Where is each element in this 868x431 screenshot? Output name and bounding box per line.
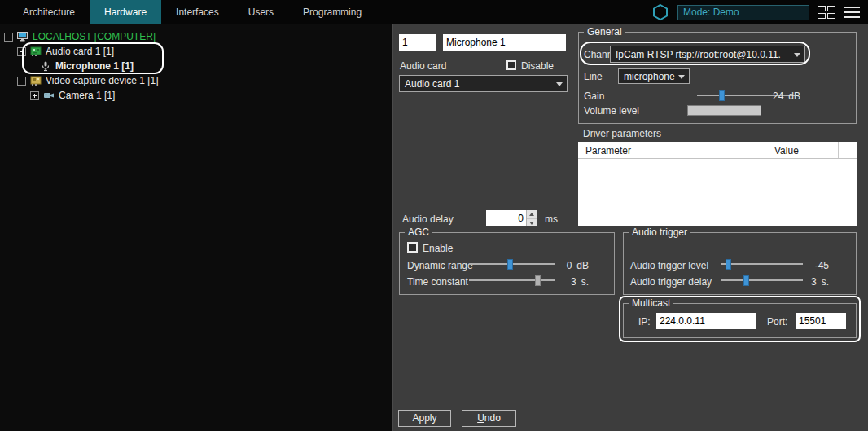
audio-trigger-level-value-box: -45 <box>795 260 829 271</box>
tree-item-label: LOCALHOST [COMPUTER] <box>33 31 156 42</box>
collapse-minus-icon[interactable] <box>4 33 13 42</box>
device-id-field[interactable] <box>399 34 436 51</box>
gain-unit: dB <box>788 90 800 102</box>
audio-delay-label: Audio delay <box>402 213 454 225</box>
audio-trigger-level-value: -45 <box>815 260 829 271</box>
settings-panel: Audio card Disable Audio card 1 Audio de… <box>393 24 868 431</box>
undo-button[interactable]: Undo <box>462 410 516 427</box>
channel-select-value: IpCam RTSP rtsp://root:root@10.0.11. <box>616 49 781 60</box>
multicast-group: Multicast IP: Port: <box>623 303 857 338</box>
tab-architecture[interactable]: Architecture <box>8 0 90 24</box>
line-select-value: microphone <box>624 71 675 82</box>
time-constant-value: 3 <box>571 276 576 288</box>
app-logo-hexagon-icon <box>651 3 669 21</box>
driver-parameters-title: Driver parameters <box>583 128 661 139</box>
spin-down-icon[interactable] <box>527 218 537 227</box>
channel-select[interactable]: IpCam RTSP rtsp://root:root@10.0.11. <box>610 46 805 63</box>
gain-label: Gain <box>584 90 604 102</box>
slider-track <box>721 263 803 265</box>
mode-indicator[interactable]: Mode: Demo <box>677 5 809 20</box>
disable-label: Disable <box>521 60 554 72</box>
time-constant-slider-thumb[interactable] <box>535 275 541 286</box>
hamburger-menu-icon[interactable] <box>844 7 860 18</box>
tree-item-label: Video capture device 1 [1] <box>46 75 159 86</box>
tab-interfaces[interactable]: Interfaces <box>161 0 234 24</box>
gain-value: 24 <box>773 90 783 102</box>
tree-item-label: Audio card 1 [1] <box>46 46 114 57</box>
line-label: Line <box>584 71 603 82</box>
agc-enable-checkbox[interactable] <box>407 242 418 253</box>
tab-hardware[interactable]: Hardware <box>90 0 161 24</box>
apply-button[interactable]: Apply <box>398 410 451 427</box>
audio-trigger-level-label: Audio trigger level <box>630 260 708 271</box>
column-header-value[interactable]: Value <box>769 142 839 158</box>
gain-value-box: 24dB <box>766 90 800 102</box>
audio-trigger-group-title: Audio trigger <box>629 226 690 238</box>
multicast-ip-field[interactable] <box>656 313 756 329</box>
multicast-port-field[interactable] <box>796 313 846 329</box>
time-constant-slider[interactable] <box>469 275 555 287</box>
computer-icon <box>17 31 28 42</box>
agc-group-title: AGC <box>405 226 432 238</box>
tree-item-label: Camera 1 [1] <box>59 90 115 101</box>
dynamic-range-label: Dynamic range <box>407 260 473 271</box>
audio-card-select[interactable]: Audio card 1 <box>399 75 568 92</box>
tree-item-audio-card[interactable]: Audio card 1 [1] <box>0 44 392 59</box>
tree-item-label: Microphone 1 [1] <box>55 60 134 72</box>
tree-item-microphone[interactable]: Microphone 1 [1] <box>0 59 392 73</box>
driver-parameters-table[interactable]: Parameter Value <box>578 142 857 226</box>
volume-level-label: Volume level <box>584 105 639 117</box>
device-tree-panel: LOCALHOST [COMPUTER] Audio card 1 [1] <box>0 24 393 431</box>
time-constant-label: Time constant <box>407 276 468 288</box>
audio-trigger-level-slider-thumb[interactable] <box>726 259 731 270</box>
volume-level-meter <box>687 105 761 116</box>
multicast-ip-label: IP: <box>638 316 651 328</box>
disable-checkbox[interactable] <box>506 60 516 70</box>
audio-trigger-delay-slider[interactable] <box>721 275 803 287</box>
layout-grid-icon[interactable] <box>818 6 835 19</box>
device-tree: LOCALHOST [COMPUTER] Audio card 1 [1] <box>0 24 392 103</box>
audio-trigger-level-slider[interactable] <box>721 258 803 270</box>
column-header-parameter[interactable]: Parameter <box>578 142 769 158</box>
column-header-spacer <box>839 142 857 158</box>
device-name-field[interactable] <box>443 34 566 51</box>
dynamic-range-slider-thumb[interactable] <box>507 259 513 270</box>
audio-trigger-delay-unit: s. <box>822 276 829 288</box>
agc-group: AGC Enable Dynamic range 0dB Time consta… <box>399 232 615 295</box>
time-constant-unit: s. <box>581 276 589 288</box>
collapse-minus-icon[interactable] <box>17 47 26 56</box>
multicast-port-label: Port: <box>767 316 787 328</box>
dynamic-range-slider[interactable] <box>469 258 555 270</box>
chevron-down-icon <box>556 82 563 86</box>
audio-delay-unit: ms <box>545 213 558 225</box>
dynamic-range-unit: dB <box>576 260 589 271</box>
expand-plus-icon[interactable] <box>30 91 39 100</box>
video-capture-card-icon <box>30 75 42 86</box>
audio-trigger-delay-slider-thumb[interactable] <box>743 275 749 286</box>
agc-enable-label: Enable <box>423 243 453 254</box>
audio-card-icon <box>30 46 42 57</box>
microphone-icon <box>40 60 51 72</box>
slider-track <box>469 279 555 281</box>
gain-slider-thumb[interactable] <box>719 90 725 101</box>
chevron-down-icon <box>794 53 800 57</box>
tree-item-camera[interactable]: Camera 1 [1] <box>0 88 392 103</box>
tree-item-localhost[interactable]: LOCALHOST [COMPUTER] <box>0 29 392 44</box>
tree-item-video-capture-device[interactable]: Video capture device 1 [1] <box>0 73 392 88</box>
slider-track <box>721 279 803 281</box>
line-select[interactable]: microphone <box>618 68 690 84</box>
audio-delay-spinner[interactable]: 0 <box>486 210 537 226</box>
topbar-right-cluster: Mode: Demo <box>651 0 860 24</box>
tab-programming[interactable]: Programming <box>288 0 376 24</box>
spin-up-icon[interactable] <box>527 210 537 218</box>
multicast-group-title: Multicast <box>629 297 673 309</box>
audio-card-select-value: Audio card 1 <box>405 78 459 90</box>
general-group: General Channel IpCam RTSP rtsp://root:r… <box>578 32 857 124</box>
dynamic-range-value-box: 0dB <box>556 260 589 271</box>
audio-trigger-group: Audio trigger Audio trigger level -45 Au… <box>623 232 857 295</box>
audio-trigger-delay-label: Audio trigger delay <box>630 276 712 288</box>
table-header: Parameter Value <box>578 142 857 159</box>
collapse-minus-icon[interactable] <box>17 77 26 86</box>
tab-users[interactable]: Users <box>234 0 288 24</box>
top-navigation-bar: Architecture Hardware Interfaces Users P… <box>0 0 868 24</box>
